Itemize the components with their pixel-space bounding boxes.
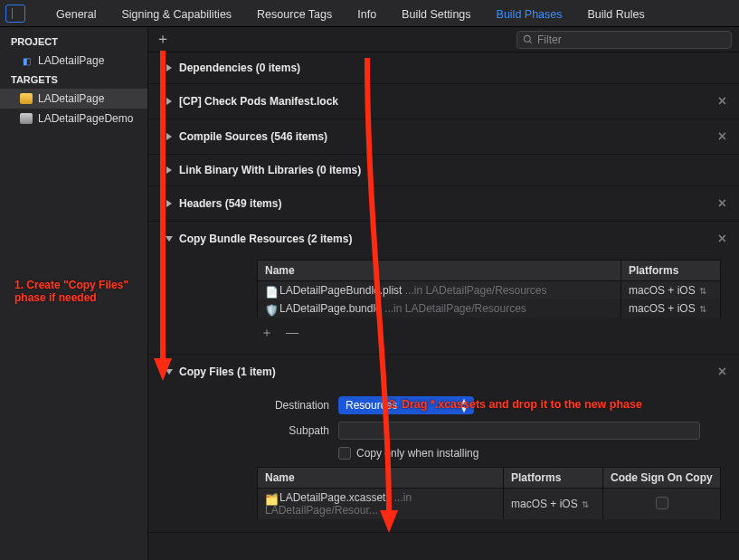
col-name[interactable]: Name [258, 468, 504, 489]
phase-cp-pods[interactable]: [CP] Check Pods Manifest.lock× [148, 84, 739, 119]
phase-copy-bundle-resources[interactable]: Copy Bundle Resources (2 items)× [148, 222, 739, 256]
remove-phase-button[interactable]: × [715, 364, 730, 380]
phase-dependencies[interactable]: Dependencies (0 items) [148, 52, 739, 83]
target-item-0[interactable]: LADetailPage [0, 89, 147, 109]
disclosure-icon [166, 133, 172, 140]
remove-phase-button[interactable]: × [715, 195, 730, 212]
file-path: ...in LADetailPage/Resources [405, 284, 547, 297]
add-phase-button[interactable]: ＋ [156, 30, 170, 49]
platforms-stepper-icon[interactable]: ⇅ [582, 499, 589, 509]
tab-resource-tags[interactable]: Resource Tags [244, 0, 345, 26]
subpath-field[interactable] [338, 422, 700, 440]
remove-phase-button[interactable]: × [715, 93, 730, 109]
phase-link-binary[interactable]: Link Binary With Libraries (0 items) [148, 155, 739, 185]
checkbox-label: Copy only when installing [356, 447, 478, 460]
filter-icon [523, 34, 533, 44]
platforms-stepper-icon[interactable]: ⇅ [699, 304, 706, 314]
col-codesign[interactable]: Code Sign On Copy [603, 468, 721, 489]
col-name[interactable]: Name [258, 261, 621, 281]
tab-build-phases[interactable]: Build Phases [484, 0, 575, 26]
filter-placeholder: Filter [537, 33, 562, 46]
destination-value: Resources [346, 399, 397, 412]
project-icon: ◧ [20, 54, 33, 67]
platforms-stepper-icon[interactable]: ⇅ [699, 286, 706, 296]
tab-signing[interactable]: Signing & Capabilities [109, 0, 244, 26]
tab-info[interactable]: Info [345, 0, 389, 26]
table-row[interactable]: 🛡️LADetailPage.bundle ...in LADetailPage… [258, 299, 721, 318]
checkbox-input[interactable] [338, 447, 351, 460]
select-caret-icon: ▴▾ [461, 397, 467, 413]
target-label: LADetailPageDemo [38, 112, 133, 125]
subpath-label: Subpath [257, 424, 329, 437]
disclosure-icon [166, 236, 173, 242]
copy-only-checkbox[interactable]: Copy only when installing [338, 447, 478, 460]
disclosure-icon [166, 98, 172, 105]
destination-select[interactable]: Resources▴▾ [338, 396, 474, 414]
project-item[interactable]: ◧ LADetailPage [0, 51, 147, 71]
col-platforms[interactable]: Platforms [621, 261, 721, 281]
top-tab-bar: General Signing & Capabilities Resource … [0, 0, 739, 27]
phase-title: Copy Bundle Resources (2 items) [179, 233, 352, 245]
file-name: LADetailPage.bundle [279, 302, 382, 315]
platforms-value: macOS + iOS [629, 302, 696, 315]
disclosure-icon [166, 64, 172, 71]
add-item-button[interactable]: ＋ [261, 325, 273, 341]
table-row[interactable]: 🗂️LADetailPage.xcassets ...in LADetailPa… [258, 489, 721, 520]
copy-files-table: NamePlatformsCode Sign On Copy 🗂️LADetai… [257, 467, 721, 519]
copy-bundle-table: NamePlatforms 📄LADetailPageBundle.plist … [257, 260, 721, 318]
platforms-value: macOS + iOS [511, 498, 578, 510]
remove-phase-button[interactable]: × [715, 128, 730, 145]
disclosure-icon [166, 200, 172, 207]
filter-field[interactable]: Filter [516, 31, 732, 49]
plist-icon: 📄 [265, 286, 276, 297]
phase-title: Dependencies (0 items) [179, 62, 300, 74]
xcassets-icon: 🗂️ [265, 493, 276, 504]
project-header: PROJECT [0, 33, 147, 51]
file-path: ...in LADetailPage/Resources [384, 302, 526, 315]
disclosure-icon [166, 369, 173, 375]
phase-title: Headers (549 items) [179, 197, 281, 210]
targets-sidebar: PROJECT ◧ LADetailPage TARGETS LADetailP… [0, 27, 148, 560]
target-label: LADetailPage [38, 92, 104, 105]
phases-toolbar: ＋ Filter [148, 27, 739, 52]
phase-title: [CP] Check Pods Manifest.lock [179, 95, 338, 108]
tab-build-rules[interactable]: Build Rules [575, 0, 658, 26]
destination-label: Destination [257, 399, 329, 412]
disclosure-icon [166, 166, 172, 174]
target-item-1[interactable]: LADetailPageDemo [0, 109, 147, 128]
phase-compile-sources[interactable]: Compile Sources (546 items)× [148, 119, 739, 154]
remove-phase-button[interactable]: × [715, 231, 730, 247]
phase-title: Copy Files (1 item) [179, 365, 276, 378]
tab-general[interactable]: General [43, 0, 109, 26]
app-icon [20, 112, 33, 125]
tab-build-settings[interactable]: Build Settings [389, 0, 483, 26]
phase-title: Compile Sources (546 items) [179, 130, 327, 143]
left-panel-toggle-icon[interactable] [5, 5, 25, 23]
codesign-checkbox[interactable] [656, 497, 668, 509]
file-name: LADetailPage.xcassets [279, 491, 391, 504]
table-row[interactable]: 📄LADetailPageBundle.plist ...in LADetail… [258, 281, 721, 300]
remove-item-button[interactable]: — [286, 325, 298, 341]
bundle-icon: 🛡️ [265, 304, 276, 315]
phase-headers[interactable]: Headers (549 items)× [148, 186, 739, 221]
phase-title: Link Binary With Libraries (0 items) [179, 164, 361, 176]
col-platforms[interactable]: Platforms [504, 468, 603, 489]
framework-icon [20, 92, 33, 105]
targets-header: TARGETS [0, 71, 147, 89]
platforms-value: macOS + iOS [629, 284, 696, 297]
phase-copy-files[interactable]: Copy Files (1 item)× [148, 355, 739, 389]
file-name: LADetailPageBundle.plist [279, 284, 402, 297]
project-name: LADetailPage [38, 54, 104, 67]
